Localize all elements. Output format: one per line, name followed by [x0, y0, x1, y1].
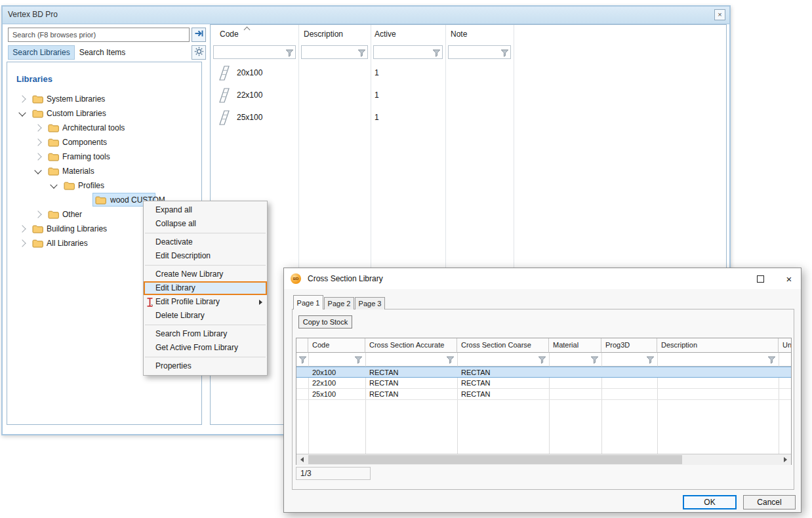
main-window-titlebar[interactable]: Vertex BD Pro × [3, 7, 729, 24]
tab-page-1[interactable]: Page 1 [293, 295, 323, 309]
dialog-titlebar[interactable]: BD Cross Section Library × [284, 268, 801, 289]
filter-funnel-icon[interactable] [538, 355, 546, 367]
grid-row-20x100[interactable]: 20x100 RECTAN RECTAN [296, 367, 791, 378]
menu-item-properties[interactable]: Properties [144, 359, 267, 373]
grid-filter-row[interactable] [296, 353, 791, 367]
tree-item-label: System Libraries [47, 94, 105, 104]
menu-item-edit-description[interactable]: Edit Description [144, 249, 267, 263]
profile-cross-section-icon [216, 86, 233, 107]
column-header-code[interactable]: Code [220, 30, 239, 39]
cell-cross-section-coarse: RECTAN [461, 369, 490, 376]
filter-funnel-icon[interactable] [590, 355, 599, 367]
library-context-menu: Expand all Collapse all Deactivate Edit … [143, 201, 268, 376]
tree-item-materials[interactable]: Materials [7, 164, 201, 178]
menu-item-collapse-all[interactable]: Collapse all [144, 217, 267, 231]
chevron-right-icon[interactable] [34, 153, 41, 160]
chevron-right-icon[interactable] [18, 239, 26, 247]
copy-to-stock-button[interactable]: Copy to Stock [298, 315, 352, 329]
folder-icon [32, 239, 43, 250]
column-header-description[interactable]: Description [304, 30, 343, 39]
tab-label: Search Libraries [12, 48, 70, 57]
search-input[interactable] [8, 28, 190, 42]
tree-item-framing-tools[interactable]: Framing tools [7, 149, 201, 164]
menu-item-create-new-library[interactable]: Create New Library [144, 268, 267, 281]
tree-item-components[interactable]: Components [7, 135, 201, 149]
ok-button[interactable]: OK [683, 495, 737, 509]
folder-icon [95, 195, 106, 207]
menu-item-search-from-library[interactable]: Search From Library [144, 327, 267, 341]
chevron-down-icon[interactable] [50, 181, 57, 188]
filter-funnel-icon[interactable] [357, 48, 366, 60]
horizontal-scrollbar[interactable] [296, 454, 791, 465]
chevron-right-icon[interactable] [18, 95, 26, 102]
filter-funnel-icon[interactable] [500, 48, 509, 60]
dialog-close-button[interactable]: × [779, 271, 800, 287]
filter-input-active[interactable] [373, 45, 443, 59]
column-header-material[interactable]: Material [549, 338, 601, 353]
main-window-close-button[interactable]: × [714, 9, 725, 20]
tab-search-items[interactable]: Search Items [76, 45, 129, 60]
search-settings-button[interactable] [192, 45, 206, 60]
filter-funnel-icon[interactable] [446, 355, 455, 367]
column-header-description[interactable]: Description [657, 338, 779, 353]
maximize-button[interactable] [750, 271, 771, 287]
filter-funnel-icon[interactable] [646, 355, 655, 367]
scroll-left-button[interactable] [296, 454, 308, 465]
page-indicator: 1/3 [296, 467, 371, 480]
close-icon: × [718, 10, 721, 18]
chevron-right-icon[interactable] [34, 124, 41, 131]
grid-row-22x100[interactable]: 22x100 1 [211, 84, 726, 106]
column-header-note[interactable]: Note [451, 30, 467, 39]
menu-item-edit-profile-library[interactable]: Edit Profile Library [144, 295, 267, 309]
cell-active: 1 [375, 90, 379, 100]
filter-input-code[interactable] [213, 45, 296, 59]
filter-funnel-icon[interactable] [354, 355, 363, 367]
menu-item-expand-all[interactable]: Expand all [144, 203, 267, 217]
tree-item-label: Components [62, 138, 107, 147]
grid-row-25x100[interactable]: 25x100 1 [211, 106, 726, 129]
chevron-right-icon[interactable] [34, 138, 41, 146]
scrollbar-thumb[interactable] [308, 455, 682, 464]
filter-funnel-icon[interactable] [298, 355, 307, 367]
column-header-cross-section-accurate[interactable]: Cross Section Accurate [365, 338, 457, 353]
grid-row-22x100[interactable]: 22x100 RECTAN RECTAN [296, 378, 791, 389]
menu-item-get-active-from-library[interactable]: Get Active From Library [144, 341, 267, 355]
menu-item-delete-library[interactable]: Delete Library [144, 309, 267, 323]
chevron-right-icon[interactable] [34, 210, 41, 218]
column-header-prog3d[interactable]: Prog3D [601, 338, 657, 353]
filter-funnel-icon[interactable] [767, 355, 776, 367]
column-header-label: Un [782, 341, 791, 349]
chevron-down-icon[interactable] [34, 167, 41, 174]
menu-item-label: Edit Description [155, 251, 211, 260]
row-selector-header [296, 338, 308, 353]
search-go-button[interactable] [192, 28, 206, 42]
filter-input-note[interactable] [448, 45, 511, 59]
tree-item-custom-libraries[interactable]: Custom Libraries [7, 106, 201, 121]
column-header-cross-section-coarse[interactable]: Cross Section Coarse [457, 338, 549, 353]
chevron-right-icon[interactable] [18, 225, 26, 232]
scroll-right-button[interactable] [780, 454, 791, 465]
tab-page-2[interactable]: Page 2 [324, 297, 354, 309]
tab-page-3[interactable]: Page 3 [355, 297, 385, 309]
cancel-button[interactable]: Cancel [743, 495, 796, 509]
menu-item-deactivate[interactable]: Deactivate [144, 235, 267, 249]
tree-item-architectural-tools[interactable]: Architectural tools [7, 121, 201, 135]
chevron-down-icon[interactable] [18, 109, 26, 116]
cross-section-grid: Code Cross Section Accurate Cross Sectio… [296, 338, 792, 465]
folder-icon [48, 123, 59, 135]
grid-row-25x100[interactable]: 25x100 RECTAN RECTAN [296, 389, 791, 400]
filter-funnel-icon[interactable] [285, 48, 294, 60]
screen: Vertex BD Pro × Search Libraries Search … [0, 0, 812, 518]
tab-label: Page 1 [297, 299, 320, 307]
maximize-icon [757, 275, 764, 283]
filter-funnel-icon[interactable] [432, 48, 441, 60]
tab-search-libraries[interactable]: Search Libraries [8, 45, 75, 60]
column-header-code[interactable]: Code [308, 338, 365, 353]
column-header-active[interactable]: Active [375, 30, 396, 39]
tree-item-system-libraries[interactable]: System Libraries [7, 92, 201, 106]
column-header-unit[interactable]: Un [779, 338, 791, 353]
filter-input-description[interactable] [301, 45, 368, 59]
grid-row-20x100[interactable]: 20x100 1 [211, 62, 726, 84]
menu-item-edit-library[interactable]: Edit Library [144, 281, 267, 295]
tree-item-profiles[interactable]: Profiles [7, 178, 201, 193]
